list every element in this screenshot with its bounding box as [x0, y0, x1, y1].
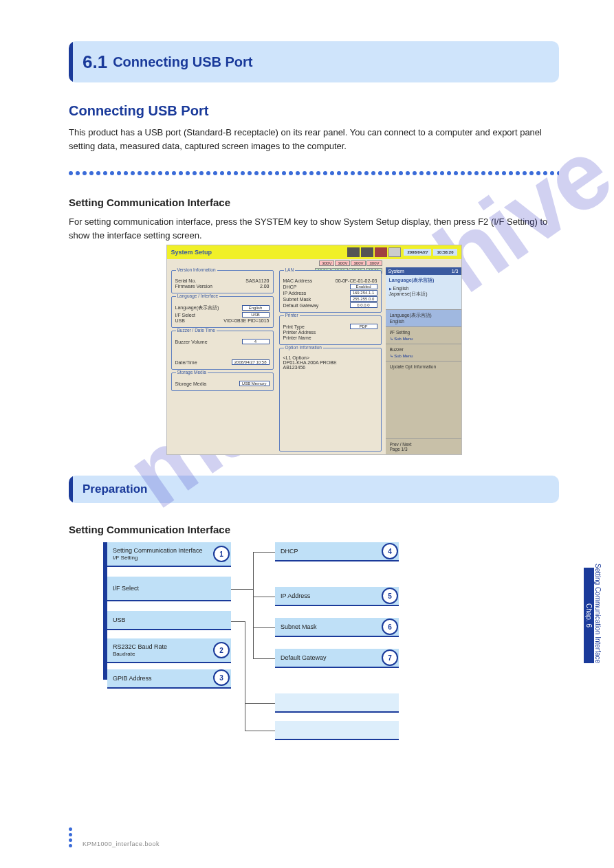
chapter-tab: Setting Communication Interface Chap. 6 [584, 564, 602, 663]
serial-value: SASA1120 [245, 278, 269, 283]
conn-h1 [231, 589, 253, 590]
box-gpib-title: GPIB Address [113, 675, 226, 682]
conn-h7 [245, 703, 275, 704]
ss-menu-prevnext[interactable]: Prev / Next Page 1/3 [386, 438, 461, 454]
unlock-icon[interactable] [388, 247, 401, 257]
ss-menu-buzzer[interactable]: Buzzer ↳ Sub Menu [386, 344, 461, 361]
ss-sys-header: System 1/3 [386, 267, 461, 275]
intro-para-1: This product has a USB port (Standard-B … [69, 126, 559, 153]
ip-field[interactable]: 169.254.1.1 [350, 290, 377, 296]
lang-label: Language(表示言語) [175, 304, 219, 311]
ss-pn-value: Page 1/3 [390, 447, 457, 452]
bv-label: Buzzer Volume [175, 340, 208, 344]
box-blank-2 [275, 721, 399, 740]
sm-label: Storage Media [175, 381, 207, 386]
box-gw-title: Default Gateway [281, 654, 393, 661]
ss-opt-japanese[interactable]: Japanese(日本語) [389, 291, 458, 298]
langif-group: Language / Interface Language(表示言語)Engli… [171, 296, 274, 328]
circle-5: 5 [382, 588, 398, 604]
conn-h5 [253, 658, 275, 659]
ss-page-top: 1/3 [452, 269, 459, 274]
ss-title-bar: System Setup 2008/04/27 10:58:20 [167, 245, 461, 259]
volt-chip: 300V [319, 260, 334, 266]
box-dhcp-title: DHCP [281, 548, 393, 555]
version-group: Version Information Serial No.SASA1120 F… [171, 270, 274, 293]
box-mask: Subnet Mask [275, 618, 399, 637]
option-group: Option Information <L1 Option> DP01-KHA … [279, 348, 382, 452]
ss-opt-title: Language(表示言語) [389, 277, 458, 284]
conn-h3 [253, 597, 275, 597]
lan-legend: LAN [284, 267, 296, 272]
footer-filename: KPM1000_interface.book [83, 841, 160, 847]
ss-menu-language[interactable]: Language(表示言語) English [386, 309, 461, 326]
box-rs-sub: Baudrate [113, 651, 226, 657]
ip-label: IP Address [283, 291, 307, 296]
mask-label: Subnet Mask [283, 297, 311, 302]
ss-f4-label: Update Opt Information [390, 364, 457, 369]
circle-4: 4 [382, 543, 398, 559]
ss-opt-english[interactable]: English [389, 286, 458, 291]
null-icon[interactable] [361, 247, 373, 257]
box-dhcp: DHCP [275, 542, 399, 561]
box-if-select-title: I/F Select [113, 585, 226, 592]
bv-field[interactable]: 4 [242, 339, 270, 344]
section-number: 6.1 [83, 52, 107, 73]
intro-title: Connecting USB Port [69, 103, 559, 119]
langif-legend: Language / Interface [176, 293, 220, 298]
ss-f2-sub: Sub Menu [394, 337, 413, 341]
ss-sys-label: System [388, 269, 404, 274]
box-usb: USB [107, 611, 231, 630]
option-text: <L1 Option> DP01-KHA 200A PROBE AB123456 [283, 355, 377, 370]
if-label: I/F Select [175, 313, 196, 318]
chap-sub: Chap. 6 [584, 568, 594, 663]
circle-7: 7 [382, 649, 398, 666]
box-mask-title: Subnet Mask [281, 623, 393, 630]
wave-icon[interactable] [375, 247, 387, 257]
conn-h4 [253, 627, 275, 628]
ss-f1-value: English [390, 319, 457, 324]
box-rs-title: RS232C Baud Rate [113, 643, 226, 650]
sm-field[interactable]: USB Memory [239, 381, 270, 386]
box-rs232: RS232C Baud Rate Baudrate [107, 638, 231, 663]
ss-time: 10:58:20 [433, 249, 457, 256]
storage-legend: Storage Media [176, 370, 208, 375]
buzzer-group: Buzzer / Date Time Buzzer Volume4 Date/T… [171, 331, 274, 370]
pt-label: Print Type [283, 324, 305, 329]
conn-h8 [245, 731, 275, 731]
circle-2: 2 [213, 642, 230, 658]
volt-chip: 300V [366, 260, 382, 266]
buzzer-legend: Buzzer / Date Time [176, 328, 217, 333]
chap-head: Setting Communication Interface [594, 564, 602, 663]
gw-label: Default Gateway [283, 303, 319, 308]
ss-f3-sub: Sub Menu [394, 354, 413, 358]
dhcp-field[interactable]: Enabled [350, 284, 377, 289]
mac-value: 00-0F-CE-01-02-03 [336, 278, 377, 283]
box-if-title: Setting Communication Interface [113, 547, 226, 554]
ss-menu-update[interactable]: Update Opt Information [386, 361, 461, 372]
ss-f1-label: Language(表示言語) [390, 313, 457, 319]
lang-field[interactable]: English [242, 305, 270, 311]
circle-3: 3 [213, 669, 230, 686]
conn-h6 [231, 621, 245, 622]
if-field[interactable]: USB [242, 312, 270, 318]
box-ip: IP Address [275, 587, 399, 606]
dt-field[interactable]: 2008/04/27 10:58 [232, 359, 270, 365]
circle-1: 1 [213, 546, 230, 562]
gw-field[interactable]: 0.0.0.0 [350, 302, 377, 308]
box-if-sub: I/F Setting [113, 555, 226, 561]
system-setup-screenshot: System Setup 2008/04/27 10:58:20 300V 30… [166, 245, 462, 455]
box-usb-title: USB [113, 616, 226, 623]
printer-legend: Printer [284, 313, 300, 318]
volt-chip: 300V [351, 260, 366, 266]
pt-field[interactable]: PDF [350, 324, 377, 329]
fw-label: Firmware Version [175, 284, 212, 289]
pn-label: Printer Name [283, 335, 311, 340]
subsection-title: Setting Communication Interface [69, 197, 559, 208]
hold-icon[interactable] [347, 247, 360, 257]
fw-value: 2.00 [260, 284, 270, 289]
printer-group: Printer Print TypePDF Printer Address Pr… [279, 315, 382, 345]
mask-field[interactable]: 255.255.0.0 [350, 296, 377, 302]
ss-menu-if[interactable]: I/F Setting ↳ Sub Menu [386, 326, 461, 344]
preparation-banner: Preparation [69, 476, 559, 503]
box-if-select: I/F Select [107, 577, 231, 601]
